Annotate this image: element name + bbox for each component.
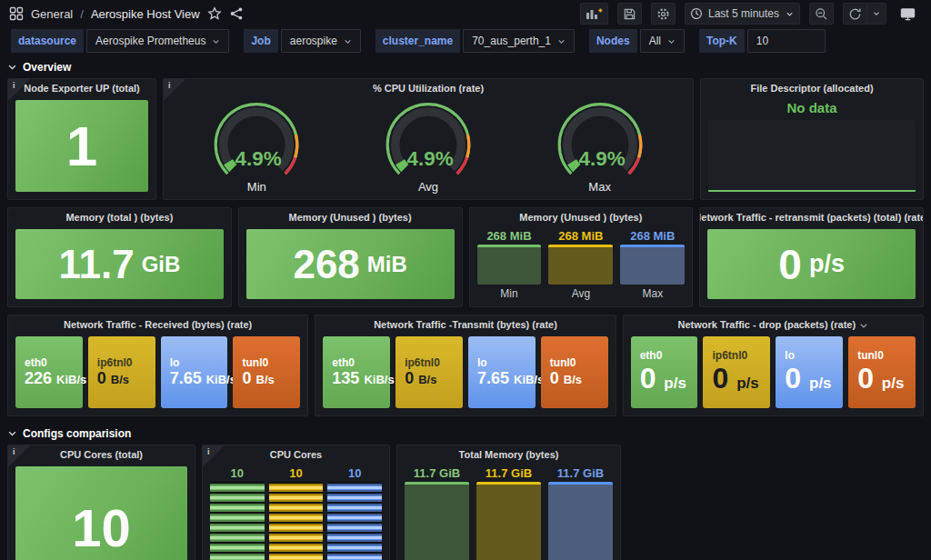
topk-input[interactable] (747, 29, 826, 53)
stat-unit: MiB (367, 252, 407, 277)
bar-value: 10 (269, 466, 324, 482)
refresh-interval-dropdown[interactable] (867, 3, 886, 25)
breadcrumb-root[interactable]: General (31, 7, 73, 21)
topk-label: Top-K (699, 29, 745, 53)
panel-title[interactable]: Network Traffic -Transmit (bytes) (rate) (315, 315, 615, 335)
led-bar (210, 482, 265, 560)
panel-file-descriptor: File Descriptor (allocated) No data (700, 78, 924, 200)
panel-node-exporter-up: i Node Exporter UP (total) 1 (7, 78, 156, 200)
bar-value: 10 (210, 466, 265, 482)
tile-eth0: eth0 135 KiB/s (323, 336, 390, 408)
chevron-down-icon (667, 37, 676, 45)
bar-gauge-min: 10 Min (210, 466, 265, 560)
breadcrumb: General / Aerospike Host View (9, 6, 244, 21)
breadcrumb-separator: / (80, 7, 84, 21)
page-title[interactable]: Aerospike Host View (91, 7, 200, 21)
stat-avg: 11.7 GiB Avg (476, 466, 541, 560)
section-configs-comparision[interactable]: Configs comparision (7, 424, 924, 443)
bar-gauge-max: 10 Max (327, 466, 382, 560)
gauge-label: Max (588, 180, 611, 194)
panel-title[interactable]: Memory (total ) (bytes) (8, 208, 231, 227)
chevron-down-icon (872, 9, 881, 18)
panel-cpu-cores: i CPU Cores 10 Min 10 Avg 10 Max (202, 445, 390, 560)
stat-box (477, 245, 542, 285)
filter-job: Job aerospike (244, 29, 360, 53)
stat-value-background: 1 (15, 100, 148, 192)
stat-box (476, 482, 541, 560)
panel-row-3: Network Traffic - Received (bytes) (rate… (7, 315, 924, 416)
panel-title[interactable]: File Descriptor (allocated) (701, 79, 923, 98)
tile-eth0: eth0 0 p/s (631, 336, 698, 408)
bar-value: 10 (327, 466, 382, 482)
stat-box (548, 245, 613, 285)
stat-value: 10 (72, 502, 131, 555)
panel-title[interactable]: Total Memory (bytes) (397, 445, 620, 465)
panel-cpu-utilization: i % CPU Utilization (rate) 4.9% Min (163, 78, 694, 200)
panel-memory-unused-minavgmax: Memory (Unused ) (bytes) 268 MiB Min 268… (469, 207, 694, 307)
panel-net-received: Network Traffic - Received (bytes) (rate… (7, 315, 308, 416)
tile-tunl0: tunl0 0 p/s (848, 336, 916, 408)
gauge-value: 4.9% (578, 147, 625, 170)
time-range-label: Last 5 minutes (708, 7, 779, 20)
datasource-label: datasource (11, 29, 84, 53)
chevron-down-icon (785, 9, 795, 19)
panel-title[interactable]: % CPU Utilization (rate) (164, 79, 693, 98)
stat-value-background: 0 p/s (707, 229, 916, 299)
led-bar (269, 482, 324, 560)
stat-value: 11.7 GiB (476, 466, 541, 482)
share-icon[interactable] (229, 6, 244, 21)
datasource-dropdown[interactable]: Aerospike Prometheus (86, 29, 229, 53)
panel-total-memory: Total Memory (bytes) 11.7 GiB Min 11.7 G… (396, 445, 621, 560)
panel-row-2: Memory (total ) (bytes) 11.7 GiB Memory … (7, 207, 924, 307)
stat-value: 268 (293, 245, 359, 285)
dashboard-canvas: Overview i Node Exporter UP (total) 1 i … (0, 55, 931, 560)
panel-net-transmit: Network Traffic -Transmit (bytes) (rate)… (315, 315, 616, 416)
dashboard-settings-button[interactable] (651, 3, 676, 25)
apps-grid-icon[interactable] (9, 6, 24, 21)
kiosk-mode-button[interactable] (896, 3, 920, 25)
nodes-dropdown[interactable]: All (640, 29, 685, 53)
section-title: Overview (23, 61, 71, 74)
tile-tunl0: tunl0 0 B/s (233, 336, 300, 408)
section-overview[interactable]: Overview (7, 57, 924, 76)
add-panel-button[interactable] (580, 3, 608, 25)
stat-label: Min (477, 285, 542, 299)
panel-title[interactable]: Network Traffic - Received (bytes) (rate… (8, 315, 307, 335)
zoom-out-button[interactable] (809, 3, 834, 25)
stat-unit: GiB (142, 252, 181, 277)
panel-memory-total: Memory (total ) (bytes) 11.7 GiB (7, 207, 232, 307)
stat-value: 11.7 GiB (405, 466, 469, 482)
panel-title[interactable]: Network Traffic - drop (packets) (rate) (624, 315, 923, 335)
panel-title[interactable]: CPU Cores (total) (8, 445, 195, 465)
panel-net-drop: Network Traffic - drop (packets) (rate) … (623, 315, 924, 416)
save-dashboard-button[interactable] (617, 3, 642, 25)
job-label: Job (244, 29, 277, 53)
refresh-button[interactable] (843, 3, 867, 25)
stat-value-background: 268 MiB (246, 229, 455, 299)
panel-title[interactable]: Network Traffic - retransmit (packets) (… (700, 208, 923, 227)
stat-value: 1 (66, 118, 97, 175)
stat-value: 268 MiB (477, 229, 542, 245)
gauge-value: 4.9% (235, 147, 282, 170)
cluster-name-dropdown[interactable]: 70_aus_perth_1 (463, 29, 575, 53)
filter-nodes: Nodes All (589, 29, 685, 53)
stat-max: 11.7 GiB Max (548, 466, 613, 560)
star-icon[interactable] (207, 6, 222, 21)
time-range-picker[interactable]: Last 5 minutes (685, 3, 800, 25)
gauge-value: 4.9% (407, 147, 454, 170)
panel-title[interactable]: Node Exporter UP (total) (8, 79, 155, 98)
job-dropdown[interactable]: aerospike (281, 29, 361, 53)
tile-ip6tnl0: ip6tnl0 0 B/s (395, 336, 463, 408)
panel-title[interactable]: CPU Cores (203, 445, 389, 465)
panel-title[interactable]: Memory (Unused ) (bytes) (239, 208, 462, 227)
cluster-name-label: cluster_name (375, 29, 460, 53)
stat-min: 11.7 GiB Min (405, 466, 469, 560)
gauge-min: 4.9% Min (198, 98, 315, 194)
nodes-label: Nodes (589, 29, 637, 53)
led-bar (327, 482, 382, 560)
panel-menu-chevron-icon (859, 321, 868, 330)
panel-row-1: i Node Exporter UP (total) 1 i % CPU Uti… (7, 78, 924, 200)
panel-title[interactable]: Memory (Unused ) (bytes) (470, 208, 693, 227)
stat-box (405, 482, 469, 560)
refresh-controls (843, 3, 886, 25)
